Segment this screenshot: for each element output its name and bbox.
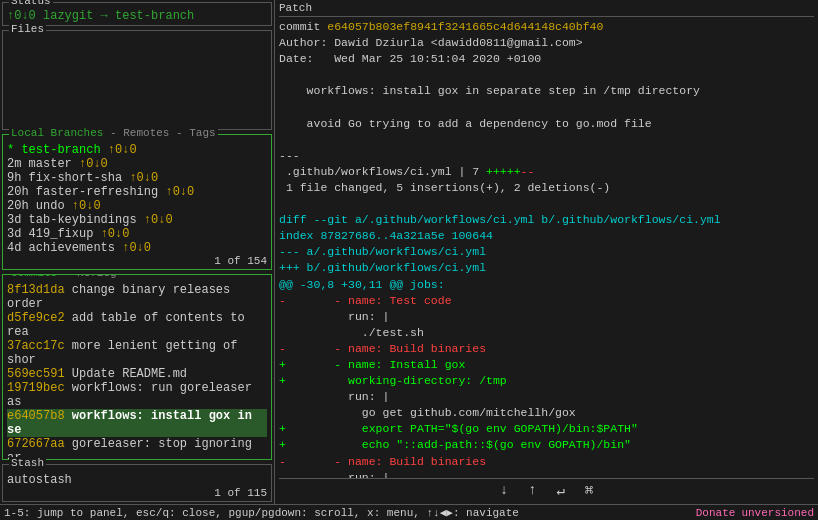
patch-line: diff --git a/.github/workflows/ci.yml b/…	[279, 212, 814, 228]
commits-section: Commits - Reflog 8f13d1da change binary …	[2, 274, 272, 460]
patch-line: ---	[279, 148, 814, 164]
list-item[interactable]: d5fe9ce2 add table of contents to rea	[7, 311, 267, 339]
bottom-bar: 1-5: jump to panel, esc/q: close, pgup/p…	[0, 504, 818, 520]
donate-link[interactable]: Donate	[696, 507, 736, 519]
branches-list: * test-branch ↑0↓0 2m master ↑0↓0 9h fix…	[7, 137, 267, 255]
patch-line: workflows: install gox in separate step …	[279, 83, 814, 99]
tab-separator-1: -	[110, 127, 123, 139]
list-item[interactable]: 19719bec workflows: run goreleaser as	[7, 381, 267, 409]
patch-line: ./test.sh	[279, 325, 814, 341]
nav-icons-bar: ↓ ↑ ↵ ⌘	[279, 478, 814, 502]
patch-line	[279, 99, 814, 115]
status-content: ↑0↓0 lazygit → test-branch	[7, 5, 267, 23]
patch-line: + working-directory: /tmp	[279, 373, 814, 389]
patch-line: - - name: Build binaries	[279, 454, 814, 470]
reflog-tab[interactable]: Reflog	[77, 274, 117, 279]
list-item[interactable]: 569ec591 Update README.md	[7, 367, 267, 381]
list-item[interactable]: 8f13d1da change binary releases order	[7, 283, 267, 311]
patch-line: go get github.com/mitchellh/gox	[279, 405, 814, 421]
branch-active-name: * test-branch	[7, 143, 108, 157]
branches-page: 1 of 154	[7, 255, 267, 267]
stash-page: 1 of 115	[7, 487, 267, 499]
files-section: Files	[2, 30, 272, 130]
patch-line: 1 file changed, 5 insertions(+), 2 delet…	[279, 180, 814, 196]
patch-line: avoid Go trying to add a dependency to g…	[279, 116, 814, 132]
nav-icon-up[interactable]: ↑	[528, 482, 536, 499]
stash-list: autostash	[7, 467, 267, 487]
patch-line	[279, 196, 814, 212]
patch-line: + export PATH="$(go env GOPATH)/bin:$PAT…	[279, 421, 814, 437]
patch-content: commit e64057b803ef8941f3241665c4d644148…	[279, 19, 814, 478]
list-item-selected[interactable]: e64057b8 workflows: install gox in se	[7, 409, 267, 437]
local-branches-tab[interactable]: Local Branches	[11, 127, 103, 139]
commits-list: 8f13d1da change binary releases order d5…	[7, 277, 267, 460]
files-title: Files	[9, 23, 46, 35]
nav-icon-cmd[interactable]: ⌘	[585, 482, 593, 499]
patch-line: Author: Dawid Dziurla <dawidd0811@gmail.…	[279, 35, 814, 51]
nav-icon-enter[interactable]: ↵	[556, 482, 564, 499]
remotes-tab[interactable]: Remotes	[123, 127, 169, 139]
version-label: unversioned	[741, 507, 814, 519]
nav-icon-down[interactable]: ↓	[500, 482, 508, 499]
commits-title: Commits - Reflog	[9, 274, 119, 279]
tab-separator-2: -	[176, 127, 189, 139]
commits-tab[interactable]: Commits	[11, 274, 57, 279]
patch-line: + echo "::add-path::$(go env GOPATH)/bin…	[279, 437, 814, 453]
tags-tab[interactable]: Tags	[189, 127, 215, 139]
patch-line: + - name: Install gox	[279, 357, 814, 373]
list-item[interactable]: autostash	[7, 473, 267, 487]
stash-title: Stash	[9, 457, 46, 469]
patch-line: Date: Wed Mar 25 10:51:04 2020 +0100	[279, 51, 814, 67]
patch-line: - - name: Test code	[279, 293, 814, 309]
patch-line: run: |	[279, 470, 814, 478]
patch-line: commit e64057b803ef8941f3241665c4d644148…	[279, 19, 814, 35]
list-item[interactable]: 37acc17c more lenient getting of shor	[7, 339, 267, 367]
left-panel: Status ↑0↓0 lazygit → test-branch Files …	[0, 0, 275, 504]
patch-title: Patch	[279, 2, 814, 17]
list-item[interactable]: 9h fix-short-sha ↑0↓0	[7, 171, 267, 185]
patch-line: --- a/.github/workflows/ci.yml	[279, 244, 814, 260]
status-text: ↑0↓0 lazygit → test-branch	[7, 9, 194, 23]
patch-line	[279, 132, 814, 148]
patch-line: run: |	[279, 309, 814, 325]
list-item[interactable]: 3d tab-keybindings ↑0↓0	[7, 213, 267, 227]
app: Status ↑0↓0 lazygit → test-branch Files …	[0, 0, 818, 520]
list-item[interactable]: * test-branch ↑0↓0	[7, 143, 267, 157]
right-panel: Patch commit e64057b803ef8941f3241665c4d…	[275, 0, 818, 504]
bottom-right: Donate unversioned	[696, 507, 814, 519]
patch-line: run: |	[279, 389, 814, 405]
list-item[interactable]: 4d achievements ↑0↓0	[7, 241, 267, 255]
files-content	[7, 33, 267, 113]
status-title: Status	[9, 0, 53, 7]
stash-section: Stash autostash 1 of 115	[2, 464, 272, 502]
list-item[interactable]: 3d 419_fixup ↑0↓0	[7, 227, 267, 241]
patch-line: +++ b/.github/workflows/ci.yml	[279, 260, 814, 276]
list-item[interactable]: 20h undo ↑0↓0	[7, 199, 267, 213]
patch-line: index 87827686..4a321a5e 100644	[279, 228, 814, 244]
branches-title: Local Branches - Remotes - Tags	[9, 127, 218, 139]
patch-line: @@ -30,8 +30,11 @@ jobs:	[279, 277, 814, 293]
patch-line: .github/workflows/ci.yml | 7 +++++-‑	[279, 164, 814, 180]
main-area: Status ↑0↓0 lazygit → test-branch Files …	[0, 0, 818, 504]
branches-section: Local Branches - Remotes - Tags * test-b…	[2, 134, 272, 270]
list-item[interactable]: 2m master ↑0↓0	[7, 157, 267, 171]
list-item[interactable]: 20h faster-refreshing ↑0↓0	[7, 185, 267, 199]
help-text: 1-5: jump to panel, esc/q: close, pgup/p…	[4, 506, 519, 519]
patch-line	[279, 67, 814, 83]
patch-line: - - name: Build binaries	[279, 341, 814, 357]
